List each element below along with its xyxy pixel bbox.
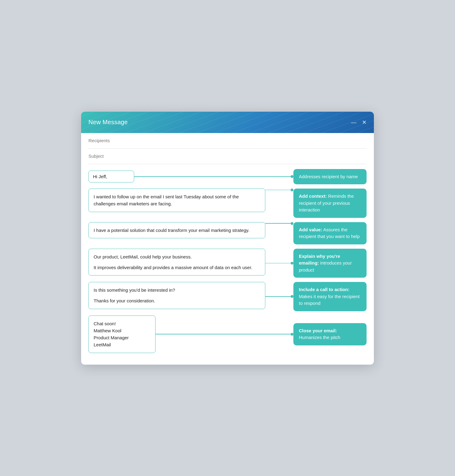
subject-input[interactable] xyxy=(88,153,367,159)
body4-row: Is this something you'd be interested in… xyxy=(88,282,367,311)
greeting-text: Hi Jeff, xyxy=(93,174,107,179)
annotation-context-bold: Add context: xyxy=(299,193,327,199)
titlebar: New Message — ✕ xyxy=(81,112,374,133)
connector-dot-body2 xyxy=(291,222,293,225)
signature-connector xyxy=(156,333,293,336)
body3b-text: It improves deliverability and provides … xyxy=(94,264,260,271)
annotation-close-bold: Close your email: xyxy=(299,328,337,333)
annotation-close-text: Humanizes the pitch xyxy=(299,335,340,340)
body2-block: I have a potential solution that could t… xyxy=(88,222,265,238)
greeting-row: Hi Jeff, Addresses recipient by name xyxy=(88,169,367,185)
body4a-text: Is this something you'd be interested in… xyxy=(94,287,260,294)
annotation-explain: Explain why you're emailing: Introduces … xyxy=(293,249,367,278)
greeting-connector xyxy=(134,175,293,178)
connector-dot-sig xyxy=(291,333,293,336)
body4-connector xyxy=(265,295,293,298)
window-controls: — ✕ xyxy=(351,120,367,125)
compose-area: Hi Jeff, Addresses recipient by name I w… xyxy=(81,133,374,365)
connector-dot-greeting xyxy=(291,175,293,178)
connector-dot-body1 xyxy=(291,189,293,191)
connector-dot-body3 xyxy=(291,262,293,265)
connector-dot-body4 xyxy=(291,295,293,298)
body2-connector xyxy=(265,222,293,225)
body1-connector xyxy=(265,189,293,191)
body2-row: I have a potential solution that could t… xyxy=(88,222,367,244)
body-section: Hi Jeff, Addresses recipient by name I w… xyxy=(88,164,367,357)
connector-line-sig xyxy=(156,334,291,334)
compose-window: New Message — ✕ Hi Jeff, xyxy=(81,112,374,365)
body3-connector xyxy=(265,262,293,265)
annotation-close: Close your email: Humanizes the pitch xyxy=(293,323,367,345)
signature-block: Chat soon! Matthew Kool Product Manager … xyxy=(88,316,156,353)
connector-line-greeting xyxy=(134,176,291,177)
body2-text: I have a potential solution that could t… xyxy=(94,228,249,233)
connector-line-body4 xyxy=(265,296,291,297)
annotation-cta: Include a call to action: Makes it easy … xyxy=(293,282,367,311)
body1-row: I wanted to follow up on the email I sen… xyxy=(88,189,367,218)
signature-row: Chat soon! Matthew Kool Product Manager … xyxy=(88,316,367,353)
recipients-row xyxy=(88,133,367,149)
minimize-button[interactable]: — xyxy=(351,120,356,125)
body4-block: Is this something you'd be interested in… xyxy=(88,282,265,309)
annotation-cta-text: Makes it easy for the recipient to respo… xyxy=(299,294,360,306)
greeting-block: Hi Jeff, xyxy=(88,171,134,182)
subject-row xyxy=(88,149,367,164)
body4b-text: Thanks for your consideration. xyxy=(94,297,260,304)
body1-block: I wanted to follow up on the email I sen… xyxy=(88,189,265,212)
close-button[interactable]: ✕ xyxy=(362,120,367,125)
connector-line-body3 xyxy=(265,263,291,264)
body3-block: Our product, LeetMail, could help your b… xyxy=(88,249,265,276)
connector-line-body2 xyxy=(265,223,291,224)
annotation-greeting: Addresses recipient by name xyxy=(293,169,367,185)
connector-line-body1 xyxy=(265,190,291,190)
recipients-input[interactable] xyxy=(88,138,367,143)
annotation-value: Add value: Assures the recipient that yo… xyxy=(293,222,367,244)
signature-text: Chat soon! Matthew Kool Product Manager … xyxy=(94,321,129,348)
window-title: New Message xyxy=(88,119,128,126)
annotation-context: Add context: Reminds the recipient of yo… xyxy=(293,189,367,218)
annotation-value-bold: Add value: xyxy=(299,227,322,232)
annotation-greeting-text: Addresses recipient by name xyxy=(299,174,358,179)
annotation-cta-bold: Include a call to action: xyxy=(299,287,349,292)
body3a-text: Our product, LeetMail, could help your b… xyxy=(94,253,260,260)
body1-text: I wanted to follow up on the email I sen… xyxy=(94,194,239,206)
body3-row: Our product, LeetMail, could help your b… xyxy=(88,249,367,278)
